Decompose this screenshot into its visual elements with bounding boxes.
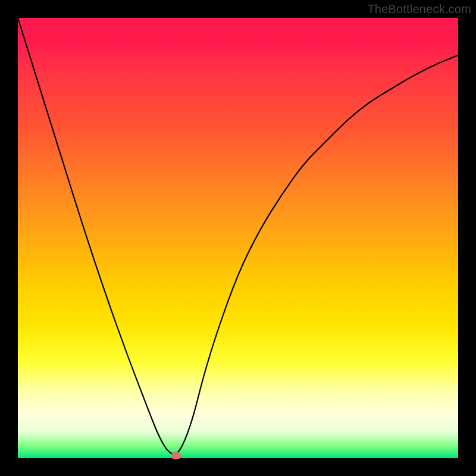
curve-svg [18, 18, 458, 458]
optimal-point-marker [171, 452, 181, 459]
bottleneck-curve-path [18, 18, 458, 454]
watermark-text: TheBottleneck.com [367, 2, 471, 16]
chart-plot-area [18, 18, 458, 458]
